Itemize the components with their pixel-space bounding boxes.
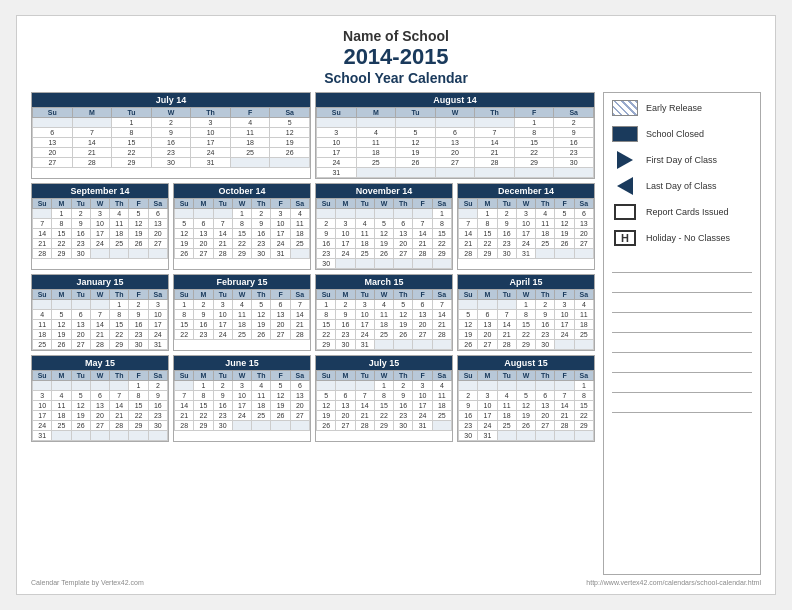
cal-day [33, 381, 52, 391]
cal-day [396, 168, 436, 178]
cal-day: 11 [432, 391, 451, 401]
cal-day: 25 [355, 249, 374, 259]
cal-day: 28 [413, 249, 432, 259]
cal-day: 1 [574, 381, 593, 391]
cal-day: 17 [516, 229, 535, 239]
cal-day: 16 [194, 320, 213, 330]
cal-day: 23 [554, 148, 594, 158]
day-header: M [478, 371, 497, 381]
cal-day: 6 [478, 310, 497, 320]
cal-day: 27 [536, 421, 555, 431]
cal-day: 25 [252, 411, 271, 421]
month-cal: May 15SuMTuWThFSa12345678910111213141516… [31, 355, 169, 442]
cal-day: 14 [459, 229, 478, 239]
cal-day: 25 [432, 411, 451, 421]
cal-day: 28 [432, 330, 451, 340]
day-header: Th [536, 371, 555, 381]
cal-day: 2 [194, 300, 213, 310]
cal-day: 4 [574, 300, 593, 310]
cal-day: 11 [52, 401, 71, 411]
cal-day: 4 [110, 209, 129, 219]
cal-day: 13 [336, 401, 355, 411]
cal-day: 16 [336, 320, 355, 330]
month-cal: June 15SuMTuWThFSa1234567891011121314151… [173, 355, 311, 442]
cal-day: 1 [175, 300, 194, 310]
cal-day: 6 [271, 300, 290, 310]
cal-day: 10 [413, 391, 432, 401]
cal-day [175, 209, 194, 219]
day-header: Sa [432, 371, 451, 381]
cal-day: 21 [290, 320, 309, 330]
cal-day: 14 [497, 320, 516, 330]
cal-day: 5 [175, 219, 194, 229]
cal-day: 27 [194, 249, 213, 259]
cal-day: 26 [271, 411, 290, 421]
day-header: Sa [270, 108, 310, 118]
cal-day: 9 [213, 391, 232, 401]
cal-day: 16 [148, 401, 167, 411]
cal-day: 16 [213, 401, 232, 411]
cal-day: 18 [574, 320, 593, 330]
cal-day: 3 [336, 219, 355, 229]
cal-day: 6 [574, 209, 593, 219]
empty-box-icon [614, 204, 636, 220]
cal-day: 18 [110, 229, 129, 239]
legend-line [612, 299, 752, 313]
cal-day: 30 [148, 421, 167, 431]
cal-day: 15 [374, 401, 393, 411]
cal-day [435, 168, 475, 178]
cal-day [230, 158, 270, 168]
cal-day [396, 118, 436, 128]
cal-day: 7 [413, 219, 432, 229]
day-header: F [555, 371, 574, 381]
cal-day: 14 [432, 310, 451, 320]
cal-day: 1 [52, 209, 71, 219]
cal-day: 27 [413, 330, 432, 340]
cal-day: 17 [33, 411, 52, 421]
cal-day [497, 300, 516, 310]
day-header: Sa [148, 199, 167, 209]
cal-day: 11 [355, 229, 374, 239]
cal-day: 11 [252, 391, 271, 401]
cal-day [574, 249, 593, 259]
cal-day [459, 209, 478, 219]
cal-day: 26 [555, 239, 574, 249]
cal-day: 30 [336, 340, 355, 350]
cal-day: 5 [270, 118, 310, 128]
month-header: September 14 [32, 184, 168, 198]
cal-day [336, 259, 355, 269]
cal-day: 29 [478, 249, 497, 259]
cal-day: 22 [110, 330, 129, 340]
cal-day: 23 [129, 330, 148, 340]
cal-table: SuMTuWThFSa12345678910111213141516171819… [458, 198, 594, 259]
cal-day: 5 [71, 391, 90, 401]
cal-day: 17 [355, 320, 374, 330]
cal-day: 16 [497, 229, 516, 239]
cal-day: 18 [432, 401, 451, 411]
cal-day: 23 [148, 411, 167, 421]
cal-day: 19 [129, 229, 148, 239]
day-header: Tu [71, 199, 90, 209]
cal-day: 12 [374, 229, 393, 239]
cal-day: 17 [478, 411, 497, 421]
day-header: Th [394, 371, 413, 381]
cal-day: 10 [336, 229, 355, 239]
cal-day: 4 [52, 391, 71, 401]
cal-day: 9 [497, 219, 516, 229]
day-header: W [90, 371, 109, 381]
month-cal: March 15SuMTuWThFSa123456789101112131415… [315, 274, 453, 351]
hatch-icon [612, 100, 638, 116]
day-header: Tu [71, 371, 90, 381]
day-header: Th [475, 108, 515, 118]
legend-item: Early Release [612, 99, 752, 117]
page: Name of School 2014-2015 School Year Cal… [16, 15, 776, 595]
cal-day: 29 [432, 249, 451, 259]
cal-day: 27 [71, 340, 90, 350]
cal-day: 23 [252, 239, 271, 249]
cal-day: 15 [52, 229, 71, 239]
day-header: Sa [554, 108, 594, 118]
day-header: Th [110, 290, 129, 300]
cal-day [129, 249, 148, 259]
day-header: Tu [497, 290, 516, 300]
day-header: Th [536, 199, 555, 209]
